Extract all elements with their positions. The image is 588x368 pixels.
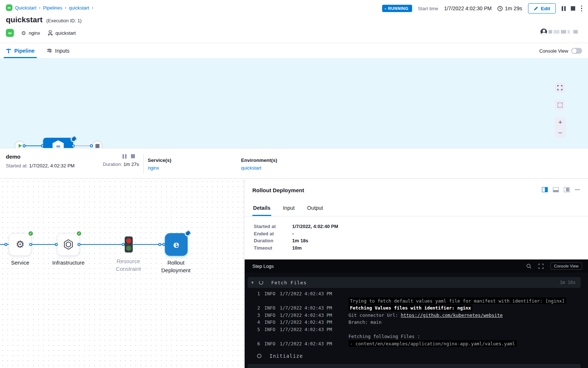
started-at-value: 1/7/2022, 4:02:32 PM (29, 163, 75, 168)
log-line: 1INFO1/7/2022 4:02:43 PM (245, 290, 588, 297)
service-tag[interactable]: ⚙ nginx (21, 30, 40, 36)
started-at-label: Started at: (6, 163, 28, 168)
connector-dot (90, 144, 93, 147)
chevron-right-icon: › (39, 5, 41, 10)
stage-pause-button[interactable] (122, 154, 127, 159)
breadcrumb-link-pipelines[interactable]: Pipelines (43, 5, 63, 11)
connector-dot (158, 243, 161, 246)
stop-button[interactable] (571, 6, 575, 11)
edit-button[interactable]: Edit (528, 3, 556, 14)
gear-icon: ⚙ (16, 240, 24, 250)
chevron-down-icon: ▼ (251, 280, 254, 285)
log-line: Trying to fetch default values yaml file… (245, 297, 588, 305)
log-link[interactable]: https://github.com/kubernetes/website (401, 312, 502, 318)
step-details-list: Started at1/7/2022, 4:02:40 PM Ended at-… (245, 216, 588, 251)
layout-split-right-button[interactable] (542, 187, 548, 192)
pipeline-icon (6, 48, 11, 53)
divider (143, 153, 144, 174)
layout-panel-right-button[interactable] (564, 187, 570, 192)
stop-icon (95, 144, 99, 148)
log-line: 2INFO1/7/2022 4:02:43 PMFetching Values … (245, 304, 588, 312)
detail-label: Started at (254, 224, 292, 229)
log-line: 4INFO1/7/2022 4:02:43 PMBranch: main (245, 319, 588, 326)
more-options-menu[interactable] (580, 5, 583, 12)
detail-label: Timeout (254, 245, 292, 251)
node-resource-constraint[interactable] (125, 236, 133, 253)
tab-pipeline[interactable]: Pipeline (0, 43, 41, 58)
success-check-icon: ✓ (76, 231, 82, 236)
node-infrastructure[interactable] (57, 233, 80, 256)
service-link[interactable]: nginx (148, 165, 172, 171)
connector-dot (41, 144, 44, 147)
play-icon (19, 144, 22, 148)
redacted-text (568, 30, 570, 34)
page-title: quickstart (6, 15, 42, 24)
detail-value: 1/7/2022, 4:02:40 PM (292, 224, 338, 229)
start-time-value: 1/7/2022 4:02:30 PM (444, 5, 491, 11)
expand-logs-icon[interactable] (538, 263, 544, 269)
chevron-right-icon: › (92, 5, 93, 10)
duration-label: Duration: (103, 162, 122, 167)
tab-input[interactable]: Input (282, 200, 295, 216)
connector-dot (122, 243, 125, 246)
tab-output[interactable]: Output (306, 200, 324, 216)
node-rollout-deployment[interactable]: e (165, 233, 188, 256)
minimize-panel-button[interactable] (575, 189, 580, 190)
clock-icon (497, 6, 503, 11)
stage-stop-button[interactable] (131, 154, 135, 158)
search-icon[interactable] (526, 263, 532, 269)
inputs-icon (46, 48, 52, 54)
connector-dot (23, 144, 26, 147)
gear-icon: ⚙ (21, 30, 26, 36)
avatar (540, 29, 547, 35)
node-label-infrastructure: Infrastructure (48, 259, 88, 266)
environment-link[interactable]: quickstart (241, 165, 277, 171)
zoom-out-button[interactable]: − (558, 129, 562, 136)
zoom-in-button[interactable]: + (558, 119, 562, 126)
tab-inputs[interactable]: Inputs (41, 43, 76, 58)
log-section-initialize[interactable]: Initialize (248, 350, 581, 361)
infrastructure-hexagon-icon (63, 239, 74, 250)
edge (80, 244, 125, 245)
logs-body[interactable]: ▼ Fetch Files 1m 16s 1INFO1/7/2022 4:02:… (245, 273, 588, 368)
marquee-select-button[interactable] (555, 100, 565, 110)
connector-dot (162, 243, 165, 246)
step-panel-title: Rollout Deployment (252, 187, 304, 193)
harness-logo-icon: ∞ (6, 4, 12, 11)
log-line: 6INFO1/7/2022 4:02:43 PM- content/en/exa… (245, 340, 588, 348)
log-section-duration: 1m 16s (560, 280, 576, 285)
breadcrumb-link-pipeline-name[interactable]: quickstart (69, 5, 89, 11)
marquee-icon (558, 103, 562, 107)
layout-split-bottom-button[interactable] (553, 187, 559, 192)
node-service[interactable]: ⚙ (9, 233, 31, 256)
redacted-text (554, 30, 559, 34)
console-view-button[interactable]: Console View (550, 262, 582, 270)
pipeline-stage-canvas[interactable]: ∞ demo + − (0, 58, 588, 148)
breadcrumb-link-quickstart[interactable]: Quickstart (15, 5, 37, 11)
detail-value: 1m 18s (292, 238, 308, 243)
edge (31, 244, 57, 245)
console-view-label: Console View (539, 48, 568, 54)
node-label-resource-constraint: Resource Constraint (112, 257, 145, 273)
edge-stage-to-end (73, 145, 92, 146)
status-badge: RUNNING (382, 5, 412, 12)
log-section-fetch-files[interactable]: ▼ Fetch Files 1m 16s (248, 277, 581, 288)
environments-label: Environment(s) (241, 158, 277, 163)
pause-button[interactable] (562, 6, 566, 11)
page-header: ∞ Quickstart › Pipelines › quickstart › … (0, 0, 588, 43)
traffic-light-red-icon (126, 238, 131, 243)
fullscreen-button[interactable] (555, 83, 565, 93)
section-running-spinner-icon (259, 280, 263, 285)
environment-tag[interactable]: quickstart (48, 30, 76, 36)
chevron-right-icon: › (65, 5, 66, 10)
step-logs-console: Step Logs Console View ▼ Fetch Files 1m … (245, 259, 588, 368)
step-running-spinner-icon (185, 231, 191, 236)
step-panel-tabs: Details Input Output (245, 200, 588, 216)
services-label: Service(s) (148, 158, 172, 163)
execution-graph-canvas[interactable]: ⚙ ✓ ✓ e Service Infrastructure Resource … (0, 179, 244, 368)
tab-details[interactable]: Details (252, 200, 271, 216)
view-tabs: Pipeline Inputs Console View (0, 43, 588, 58)
user-info (540, 29, 578, 35)
stage-name: demo (6, 153, 75, 160)
console-view-toggle[interactable] (571, 48, 582, 54)
